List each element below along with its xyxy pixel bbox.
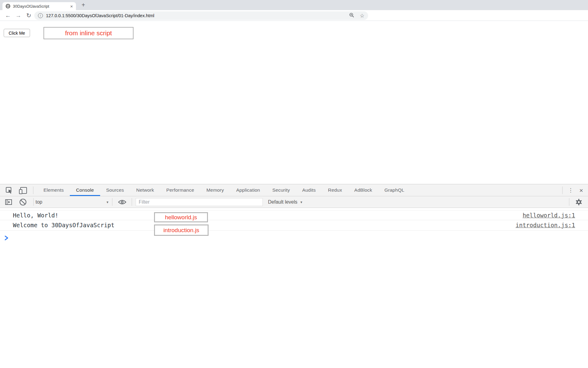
console-toolbar: top ▼ Default levels ▼ [0,196,588,208]
tab-adblock[interactable]: AdBlock [348,184,378,196]
console-message-text: Hello, World! [13,212,58,219]
console-message-row: Hello, World! helloworld.js:1 [0,210,588,220]
tab-network[interactable]: Network [130,184,160,196]
console-message-row: Welcome to 30DaysOfJavaScript introducti… [0,220,588,231]
live-expression-eye-icon[interactable] [118,199,127,206]
bookmark-star-icon[interactable]: ☆ [360,13,364,19]
toolbar-divider [132,198,132,206]
back-icon[interactable]: ← [4,11,12,20]
console-message-text: Welcome to 30DaysOfJavaScript [13,222,115,228]
tab-console[interactable]: Console [70,184,100,196]
inspect-element-icon[interactable] [5,186,13,196]
reload-icon[interactable]: ↻ [24,11,33,20]
chevron-down-icon: ▼ [300,201,303,204]
devtools-tabbar-controls: ⋮ × [562,184,588,196]
devtools-tabs: Elements Console Sources Network Perform… [37,184,410,196]
annotation-introduction: introduction.js [154,224,209,236]
tab-sources[interactable]: Sources [100,184,130,196]
context-selector-value: top [36,199,42,205]
console-messages: Hello, World! helloworld.js:1 Welcome to… [0,210,588,368]
tab-graphql[interactable]: GraphQL [378,184,410,196]
globe-favicon-icon [6,4,10,9]
filter-input[interactable] [136,198,263,206]
tab-elements[interactable]: Elements [37,184,70,196]
toolbar-divider [33,198,34,206]
log-levels-dropdown[interactable]: Default levels ▼ [268,198,303,206]
click-me-button[interactable]: Click Me [4,29,30,37]
tab-security[interactable]: Security [266,184,296,196]
devtools-panel: Elements Console Sources Network Perform… [0,184,588,368]
chevron-down-icon: ▼ [106,201,109,204]
console-sidebar-toggle-icon[interactable] [5,198,13,207]
devtools-tab-bar: Elements Console Sources Network Perform… [0,184,588,196]
devtools-menu-icon[interactable]: ⋮ [563,187,578,194]
site-info-icon[interactable]: i [38,13,43,18]
browser-tab-strip: 30DaysOfJavaScript × + [0,0,588,10]
address-bar[interactable]: i 127.0.0.1:5500/30DaysOfJavaScript/01-D… [34,11,368,20]
devtools-close-icon[interactable]: × [578,187,588,194]
zoom-icon[interactable] [349,13,354,19]
source-link[interactable]: helloworld.js:1 [522,210,575,220]
forward-icon[interactable]: → [14,11,23,20]
annotation-helloworld: helloworld.js [154,212,208,222]
tab-audits[interactable]: Audits [296,184,322,196]
console-prompt-chevron-icon[interactable] [4,236,9,242]
tab-application[interactable]: Application [230,184,266,196]
settings-gear-icon[interactable] [575,198,582,207]
tab-title: 30DaysOfJavaScript [13,4,68,9]
toolbar-divider [112,198,112,206]
inline-script-box: from inline script [43,27,134,39]
browser-tab[interactable]: 30DaysOfJavaScript × [2,2,76,10]
tabbar-divider [33,186,33,194]
page-viewport: Click Me from inline script [0,21,588,184]
tab-memory[interactable]: Memory [200,184,230,196]
clear-console-icon[interactable] [19,198,27,207]
tab-close-icon[interactable]: × [70,4,73,9]
log-levels-label: Default levels [268,199,297,205]
tab-redux[interactable]: Redux [322,184,348,196]
tabbar-divider [562,186,563,194]
context-selector[interactable]: top ▼ [36,198,109,206]
toolbar-divider [569,198,569,206]
tab-performance[interactable]: Performance [160,184,200,196]
new-tab-button[interactable]: + [79,1,88,10]
source-link[interactable]: introduction.js:1 [516,220,575,230]
url-text[interactable]: 127.0.0.1:5500/30DaysOfJavaScript/01-Day… [46,13,344,18]
browser-toolbar: ← → ↻ i 127.0.0.1:5500/30DaysOfJavaScrip… [0,10,588,21]
device-toolbar-icon[interactable] [18,186,28,196]
